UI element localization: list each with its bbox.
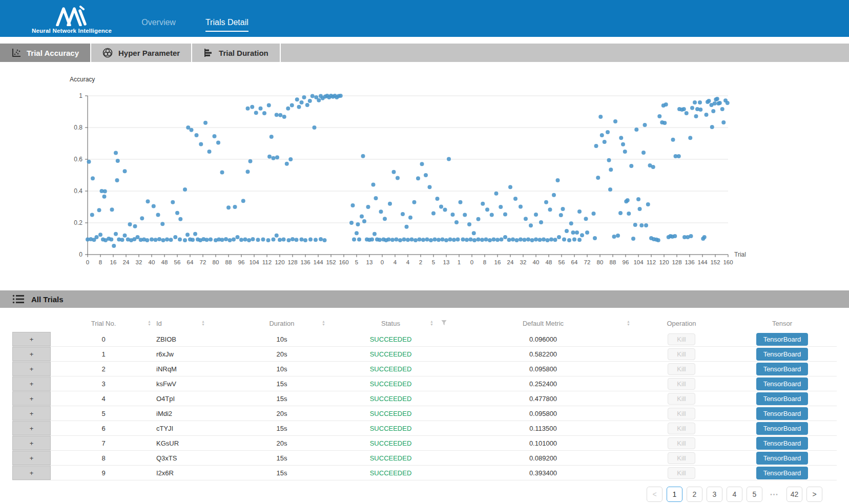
pagination-page-1[interactable]: 1 (667, 487, 682, 502)
svg-text:0.4: 0.4 (74, 187, 82, 195)
tensorboard-button[interactable]: TensorBoard (756, 392, 809, 405)
kill-button[interactable]: Kill (668, 393, 695, 405)
nni-logo-icon (55, 6, 89, 26)
pagination-prev-button[interactable]: < (647, 487, 662, 502)
tensorboard-button[interactable]: TensorBoard (756, 363, 809, 375)
table-body: + 0 ZBIOB 10s SUCCEEDED 0.096000 Kill Te… (12, 332, 837, 480)
duration-cell: 20s (233, 350, 330, 358)
sort-arrows-icon[interactable]: ▲▼ (430, 320, 433, 326)
pagination-page-4[interactable]: 4 (727, 487, 742, 502)
svg-text:24: 24 (123, 259, 130, 265)
trial-id-cell: ZBIOB (156, 335, 233, 343)
default-metric-cell: 0.393400 (451, 469, 635, 477)
trial-no-cell: 4 (51, 395, 156, 403)
duration-cell: 10s (233, 335, 330, 343)
kill-button[interactable]: Kill (668, 408, 695, 419)
column-header-status: Status▲▼ (330, 314, 451, 332)
expand-row-button[interactable]: + (12, 391, 51, 406)
svg-text:152: 152 (326, 259, 336, 265)
sort-arrows-icon[interactable]: ▲▼ (322, 320, 325, 326)
pagination-ellipsis[interactable]: ••• (767, 487, 782, 502)
tensorboard-button[interactable]: TensorBoard (756, 467, 809, 479)
expand-row-button[interactable]: + (12, 406, 51, 421)
svg-text:160: 160 (723, 259, 733, 265)
expand-row-button[interactable]: + (12, 466, 51, 480)
trial-id-cell: KGsUR (156, 439, 233, 447)
expand-row-button[interactable]: + (12, 421, 51, 435)
table-row: + 0 ZBIOB 10s SUCCEEDED 0.096000 Kill Te… (12, 332, 837, 347)
tensorboard-button[interactable]: TensorBoard (756, 452, 809, 465)
accuracy-chart-section: Accuracy 00.20.40.60.8108162432404856647… (0, 62, 849, 290)
tensorboard-button[interactable]: TensorBoard (756, 407, 809, 420)
table-row: + 1 r6xJw 20s SUCCEEDED 0.582200 Kill Te… (12, 347, 837, 362)
column-label: Trial No. (91, 320, 116, 327)
column-header-trial-no: Trial No.▲▼ (51, 314, 156, 332)
chart-tab-strip: Trial Accuracy Hyper Parameter Trial Dur… (0, 44, 849, 62)
pagination-page-42[interactable]: 42 (786, 487, 802, 502)
column-header-tensor: Tensor (728, 314, 837, 332)
status-cell: SUCCEEDED (330, 469, 451, 477)
tensorboard-button[interactable]: TensorBoard (756, 437, 809, 450)
expand-row-button[interactable]: + (12, 332, 51, 346)
all-trials-header-bar: All Trials (0, 290, 849, 308)
list-icon (12, 294, 25, 304)
svg-text:72: 72 (584, 259, 591, 265)
kill-button[interactable]: Kill (668, 437, 695, 449)
tensorboard-button[interactable]: TensorBoard (756, 422, 809, 435)
kill-button[interactable]: Kill (668, 423, 695, 434)
svg-text:88: 88 (225, 259, 232, 265)
svg-text:1: 1 (79, 92, 82, 99)
trial-no-cell: 6 (51, 425, 156, 432)
pagination-page-3[interactable]: 3 (707, 487, 722, 502)
filter-funnel-icon[interactable] (441, 320, 447, 327)
kill-button[interactable]: Kill (668, 378, 695, 390)
pagination-next-button[interactable]: > (806, 487, 822, 502)
status-cell: SUCCEEDED (330, 350, 451, 358)
svg-text:2: 2 (419, 259, 422, 265)
svg-text:144: 144 (313, 259, 323, 265)
svg-text:0: 0 (470, 259, 473, 265)
status-cell: SUCCEEDED (330, 380, 451, 388)
tab-trial-duration[interactable]: Trial Duration (192, 44, 281, 62)
column-label: Default Metric (523, 320, 564, 327)
pagination-page-5[interactable]: 5 (747, 487, 762, 502)
trial-id-cell: cTYJI (156, 425, 233, 432)
tensorboard-button[interactable]: TensorBoard (756, 333, 809, 346)
expand-row-button[interactable]: + (12, 362, 51, 376)
svg-text:16: 16 (494, 259, 501, 265)
sort-arrows-icon[interactable]: ▲▼ (201, 320, 205, 326)
kill-button[interactable]: Kill (668, 333, 695, 345)
svg-text:13: 13 (443, 259, 450, 265)
tensorboard-button[interactable]: TensorBoard (756, 377, 809, 390)
tensorboard-button[interactable]: TensorBoard (756, 348, 809, 361)
nav-tab-overview[interactable]: Overview (141, 18, 176, 32)
kill-button[interactable]: Kill (668, 348, 695, 360)
svg-text:72: 72 (200, 259, 206, 265)
column-label: Duration (269, 320, 294, 327)
kill-button[interactable]: Kill (668, 363, 695, 375)
column-header-id: Id▲▼ (156, 314, 233, 332)
kill-button[interactable]: Kill (668, 452, 695, 464)
tab-hyper-parameter[interactable]: Hyper Parameter (91, 44, 192, 62)
default-metric-cell: 0.096000 (451, 335, 635, 343)
trial-no-cell: 5 (51, 410, 156, 417)
default-metric-cell: 0.252400 (451, 380, 635, 388)
expand-row-button[interactable]: + (12, 376, 51, 391)
duration-cell: 15s (233, 425, 330, 432)
expand-row-button[interactable]: + (12, 451, 51, 465)
svg-text:16: 16 (110, 259, 117, 265)
sort-arrows-icon[interactable]: ▲▼ (148, 320, 151, 326)
sort-arrows-icon[interactable]: ▲▼ (627, 320, 630, 326)
svg-text:48: 48 (546, 259, 552, 265)
table-row: + 7 KGsUR 20s SUCCEEDED 0.101000 Kill Te… (12, 436, 837, 451)
nni-brand: Neural Network Intelligence (32, 6, 112, 37)
kill-button[interactable]: Kill (668, 467, 695, 479)
pagination-page-2[interactable]: 2 (687, 487, 702, 502)
nav-tab-trials-detail[interactable]: Trials Detail (205, 18, 249, 32)
tab-trial-accuracy[interactable]: Trial Accuracy (0, 44, 91, 62)
svg-text:40: 40 (533, 259, 540, 265)
svg-text:4: 4 (394, 259, 397, 265)
expand-row-button[interactable]: + (12, 436, 51, 450)
expand-row-button[interactable]: + (12, 347, 51, 361)
status-cell: SUCCEEDED (330, 439, 451, 447)
